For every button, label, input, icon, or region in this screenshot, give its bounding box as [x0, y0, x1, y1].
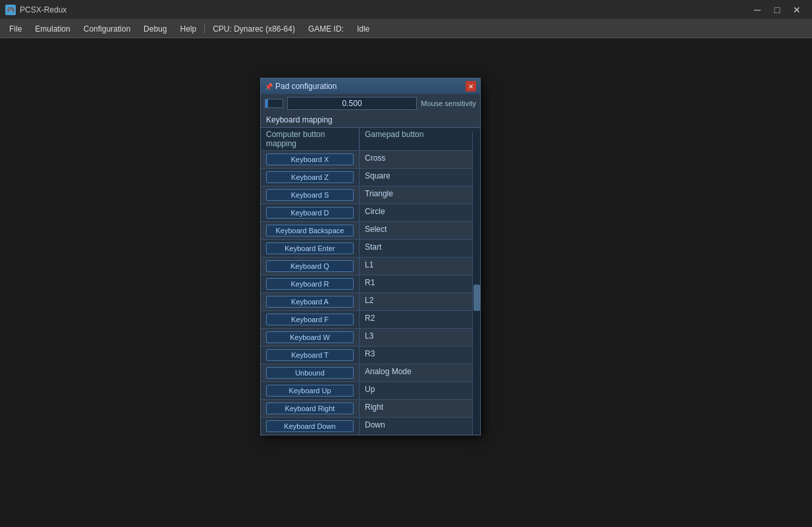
keyboard-mapping-label: Keyboard mapping: [261, 113, 480, 127]
table-row: Keyboard DCircle: [261, 204, 480, 221]
table-cell-right: Select: [360, 222, 480, 239]
table-cell-left: Unbound: [261, 364, 360, 381]
status-gameid: GAME ID:: [302, 22, 350, 36]
table-cell-left: Keyboard Right: [261, 400, 360, 417]
table-row: Keyboard RR1: [261, 275, 480, 292]
mapping-table: Keyboard XCrossKeyboard ZSquareKeyboard …: [261, 150, 480, 435]
table-cell-right: R2: [360, 311, 480, 328]
table-row: Keyboard XCross: [261, 150, 480, 168]
table-cell-left: Keyboard F: [261, 311, 360, 328]
keyboard-mapping-button[interactable]: Keyboard F: [266, 314, 354, 325]
table-cell-left: Keyboard T: [261, 347, 360, 364]
menu-file[interactable]: File: [3, 22, 28, 36]
table-row: Keyboard FR2: [261, 310, 480, 328]
table-row: Keyboard STriangle: [261, 186, 480, 204]
keyboard-mapping-button[interactable]: Keyboard Right: [266, 402, 354, 414]
table-row: Keyboard QL1: [261, 257, 480, 275]
table-cell-right: Up: [360, 382, 480, 399]
table-row: Keyboard WL3: [261, 328, 480, 346]
column-header-left: Computer button mapping: [261, 128, 360, 150]
menu-debug[interactable]: Debug: [137, 22, 173, 36]
menu-help[interactable]: Help: [173, 22, 203, 36]
table-row: UnboundAnalog Mode: [261, 364, 480, 381]
table-cell-right: Cross: [360, 151, 480, 168]
window-controls: ─ □ ✕: [747, 0, 807, 20]
sensitivity-slider[interactable]: [265, 99, 283, 108]
keyboard-mapping-button[interactable]: Keyboard Z: [266, 171, 354, 183]
table-cell-left: Keyboard Backspace: [261, 222, 360, 239]
table-cell-left: Keyboard S: [261, 186, 360, 204]
keyboard-mapping-button[interactable]: Keyboard T: [266, 349, 354, 361]
table-cell-left: Keyboard Up: [261, 382, 360, 399]
table-cell-left: Keyboard R: [261, 275, 360, 292]
keyboard-mapping-button[interactable]: Keyboard S: [266, 189, 354, 201]
close-window-button[interactable]: ✕: [787, 0, 807, 20]
table-row: Keyboard RightRight: [261, 399, 480, 417]
table-row: Keyboard AL2: [261, 292, 480, 310]
menu-separator-1: [204, 24, 205, 34]
keyboard-mapping-button[interactable]: Keyboard Up: [266, 385, 354, 397]
table-cell-left: Keyboard D: [261, 204, 360, 221]
keyboard-mapping-button[interactable]: Keyboard D: [266, 207, 354, 219]
sensitivity-row: 0.500 Mouse sensitivity: [261, 94, 480, 113]
table-cell-left: Keyboard Z: [261, 169, 360, 186]
dialog-close-button[interactable]: ✕: [466, 81, 476, 92]
menu-configuration[interactable]: Configuration: [77, 22, 137, 36]
keyboard-mapping-button[interactable]: Keyboard R: [266, 278, 354, 290]
keyboard-mapping-button[interactable]: Keyboard Enter: [266, 242, 354, 254]
dialog-titlebar: 📌 Pad configuration ✕: [261, 78, 480, 94]
minimize-button[interactable]: ─: [747, 0, 767, 20]
keyboard-mapping-button[interactable]: Unbound: [266, 367, 354, 379]
status-idle: Idle: [350, 22, 376, 36]
table-cell-right: Right: [360, 400, 480, 417]
table-row: Keyboard BackspaceSelect: [261, 221, 480, 239]
keyboard-mapping-button[interactable]: Keyboard A: [266, 296, 354, 308]
table-cell-right: Start: [360, 240, 480, 257]
table-cell-right: L1: [360, 258, 480, 275]
table-cell-right: L3: [360, 329, 480, 346]
table-cell-left: Keyboard Q: [261, 258, 360, 275]
app-icon: 🎮: [5, 5, 16, 15]
table-cell-right: R1: [360, 275, 480, 292]
table-cell-left: Keyboard X: [261, 151, 360, 168]
table-row: Keyboard UpUp: [261, 381, 480, 399]
pad-configuration-dialog: 📌 Pad configuration ✕ 0.500 Mouse sensit…: [260, 78, 481, 435]
table-cell-left: Keyboard W: [261, 329, 360, 346]
dialog-title: Pad configuration: [275, 82, 337, 91]
keyboard-mapping-button[interactable]: Keyboard Q: [266, 260, 354, 272]
table-header: Computer button mapping Gamepad button: [261, 127, 480, 150]
dialog-title-left: 📌 Pad configuration: [265, 82, 337, 91]
main-content: 📌 Pad configuration ✕ 0.500 Mouse sensit…: [0, 38, 812, 527]
table-cell-right: Analog Mode: [360, 364, 480, 381]
table-row: Keyboard TR3: [261, 346, 480, 364]
title-bar: 🎮 PCSX-Redux ─ □ ✕: [0, 0, 812, 20]
menu-emulation[interactable]: Emulation: [28, 22, 76, 36]
scrollbar[interactable]: [472, 132, 480, 435]
keyboard-mapping-button[interactable]: Keyboard Down: [266, 420, 354, 432]
sensitivity-slider-fill: [265, 99, 268, 107]
dialog-content: 0.500 Mouse sensitivity Keyboard mapping…: [261, 94, 480, 435]
table-cell-right: L2: [360, 293, 480, 310]
keyboard-mapping-button[interactable]: Keyboard Backspace: [266, 225, 354, 236]
maximize-button[interactable]: □: [767, 0, 787, 20]
title-bar-left: 🎮 PCSX-Redux: [5, 5, 67, 15]
keyboard-mapping-button[interactable]: Keyboard X: [266, 153, 354, 165]
table-cell-left: Keyboard Down: [261, 418, 360, 435]
menu-bar: File Emulation Configuration Debug Help …: [0, 20, 812, 38]
table-cell-right: R3: [360, 347, 480, 364]
table-cell-right: Circle: [360, 204, 480, 221]
table-row: Keyboard ZSquare: [261, 168, 480, 186]
scrollbar-thumb[interactable]: [474, 285, 480, 311]
table-row: Keyboard EnterStart: [261, 239, 480, 257]
sensitivity-value[interactable]: 0.500: [287, 97, 417, 110]
keyboard-mapping-button[interactable]: Keyboard W: [266, 331, 354, 343]
column-header-right: Gamepad button: [360, 128, 480, 150]
status-cpu: CPU: Dynarec (x86-64): [206, 22, 302, 36]
table-cell-left: Keyboard Enter: [261, 240, 360, 257]
sensitivity-label: Mouse sensitivity: [421, 99, 476, 107]
table-cell-right: Down: [360, 418, 480, 435]
table-cell-left: Keyboard A: [261, 293, 360, 310]
table-cell-right: Triangle: [360, 186, 480, 204]
table-cell-right: Square: [360, 169, 480, 186]
app-title: PCSX-Redux: [20, 5, 67, 14]
